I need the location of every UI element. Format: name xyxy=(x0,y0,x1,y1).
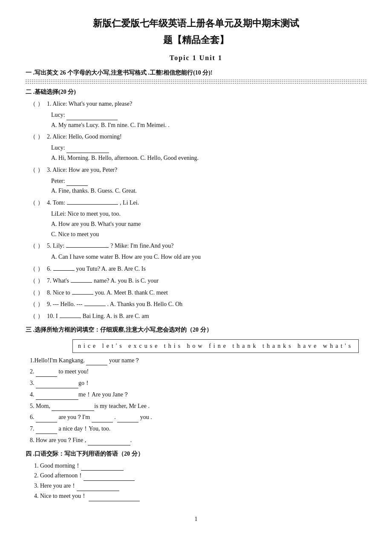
section4: 四 .口语交际：写出下列用语的答语（20 分） 1. Good morning！… xyxy=(26,449,366,501)
question-2: （ ） 2. Alice: Hello, Good morning! Lucy:… xyxy=(26,132,366,163)
section3-header: 三 .选择所给方框的词填空：仔细观察,注意大小写,您会选对的（20 分） xyxy=(26,325,366,335)
page-number: 1 xyxy=(26,514,366,524)
q7-paren: （ ） xyxy=(30,276,45,286)
fill-q8: 8. How are you？Fine , . xyxy=(26,435,366,445)
question-4: （ ） 4. Tom: , Li Lei. LiLei: Nice to mee… xyxy=(26,198,366,239)
oral-q1: 1. Good morning！ xyxy=(26,461,366,471)
q1-blank xyxy=(66,114,118,120)
q10-paren: （ ） xyxy=(30,311,45,321)
q4-text: 4. Tom: xyxy=(47,198,65,208)
fill-q6: 6. are you？I'm . you . xyxy=(26,412,366,422)
q3-options: A. Fine, thanks. B. Guess. C. Great. xyxy=(30,186,366,196)
question-5: （ ） 5. Lily: ? Mike: I'm fine.And you? A… xyxy=(26,241,366,262)
section1-header: 一 .写出英文 26 个字母的大小写,注意书写格式 .工整!相信您能行(10 分… xyxy=(26,68,366,78)
q4-options2: C. Nice to meet you xyxy=(30,229,366,240)
oral-q3: 3. Here you are！ xyxy=(26,481,366,491)
q8-blank xyxy=(72,289,93,295)
q9-text: 9. --- Hello. --- xyxy=(47,299,83,309)
q7-blank xyxy=(71,277,92,283)
q4-blank xyxy=(67,199,118,205)
q1-text: 1. Alice: What's your name, please? xyxy=(47,99,132,109)
section2: 二 .基础选择(20 分) （ ） 1. Alice: What's your … xyxy=(26,87,366,321)
q7-text: 7. What's xyxy=(47,276,69,286)
q2-text: 2. Alice: Hello, Good morning! xyxy=(47,132,122,142)
question-7: （ ） 7. What's name? A. you B. is C. your xyxy=(26,276,366,286)
q2-paren: （ ） xyxy=(30,132,45,142)
q8-text: 8. Nice to xyxy=(47,288,70,298)
q5-options: A. Can I have some water B. How are you … xyxy=(30,252,366,262)
fill-q4: 4. me！Are you Jane？ xyxy=(26,390,366,400)
q5-paren: （ ） xyxy=(30,241,45,251)
q4-paren: （ ） xyxy=(30,198,45,208)
q4-options1: A. How are you B. What's your name xyxy=(30,219,366,229)
section4-header: 四 .口语交际：写出下列用语的答语（20 分） xyxy=(26,449,366,459)
q7-text2: name? A. you B. is C. your xyxy=(94,276,159,286)
topic-title: Topic 1 Unit 1 xyxy=(26,52,366,64)
q5-text2: ? Mike: I'm fine.And you? xyxy=(110,241,173,251)
fill-q7: 7. a nice day！You, too. xyxy=(26,424,366,434)
question-10: （ ） 10. I Bai Ling. A. is B. are C. am xyxy=(26,311,366,321)
q3-sub: Peter: xyxy=(51,178,66,184)
fill-q2: 2. to meet you! xyxy=(26,367,366,377)
q4-sub: LiLei: Nice to meet you, too. xyxy=(30,209,366,219)
question-1: （ ） 1. Alice: What's your name, please? … xyxy=(26,99,366,130)
q9-blank xyxy=(84,300,106,306)
q3-paren: （ ） xyxy=(30,165,45,175)
q6-text: 6. xyxy=(47,264,52,274)
q10-blank xyxy=(60,312,81,318)
q1-paren: （ ） xyxy=(30,99,45,109)
q10-text2: Bai Ling. A. is B. are C. am xyxy=(83,311,149,321)
q10-text: 10. I xyxy=(47,311,58,321)
q9-paren: （ ） xyxy=(30,299,45,309)
section2-header: 二 .基础选择(20 分) xyxy=(26,87,366,97)
oral-q4: 4. Nice to meet you！ xyxy=(26,491,366,501)
q8-paren: （ ） xyxy=(30,288,45,298)
fill-q5: 5. Mom, is my teacher, Mr Lee . xyxy=(26,401,366,411)
section1: 一 .写出英文 26 个字母的大小写,注意书写格式 .工整!相信您能行(10 分… xyxy=(26,68,366,84)
fill-q1: 1.Hello!I'm Kangkang. your name？ xyxy=(26,356,366,366)
q3-text: 3. Alice: How are you, Peter? xyxy=(47,165,117,175)
q8-text2: you. A. Meet B. thank C. meet xyxy=(95,288,168,298)
q3-blank xyxy=(66,180,88,186)
main-title: 新版仁爱版七年级英语上册各单元及期中期末测试 xyxy=(26,17,366,30)
q5-text: 5. Lily: xyxy=(47,241,64,251)
fill-q3: 3. go！ xyxy=(26,378,366,388)
section3: 三 .选择所给方框的词填空：仔细观察,注意大小写,您会选对的（20 分） nic… xyxy=(26,325,366,445)
q2-sub: Lucy: xyxy=(51,145,66,151)
q9-text2: . A. Thanks you B. Hello C. Oh xyxy=(107,299,183,309)
question-3: （ ） 3. Alice: How are you, Peter? Peter:… xyxy=(26,165,366,196)
q6-text2: you Tutu? A. are B. Are C. Is xyxy=(76,264,146,274)
question-9: （ ） 9. --- Hello. --- . A. Thanks you B.… xyxy=(26,299,366,309)
q1-sub: Lucy: xyxy=(51,112,66,118)
q1-options: A. My name's Lucy. B. I'm nine. C. I'm M… xyxy=(30,120,366,130)
q6-paren: （ ） xyxy=(30,264,45,274)
oral-q2: 2. Good afternoon！ xyxy=(26,471,366,481)
q5-blank xyxy=(66,242,109,248)
question-8: （ ） 8. Nice to you. A. Meet B. thank C. … xyxy=(26,288,366,298)
q2-options: A. Hi, Morning. B. Hello, afternoon. C. … xyxy=(30,153,366,163)
q4-text2: , Li Lei. xyxy=(120,198,139,208)
question-6: （ ） 6. you Tutu? A. are B. Are C. Is xyxy=(26,264,366,274)
word-box: nice let's excuse this how fine thank th… xyxy=(72,339,359,353)
q6-blank xyxy=(53,265,75,271)
q2-blank xyxy=(66,147,109,153)
sub-title: 题【精品全套】 xyxy=(26,32,366,48)
